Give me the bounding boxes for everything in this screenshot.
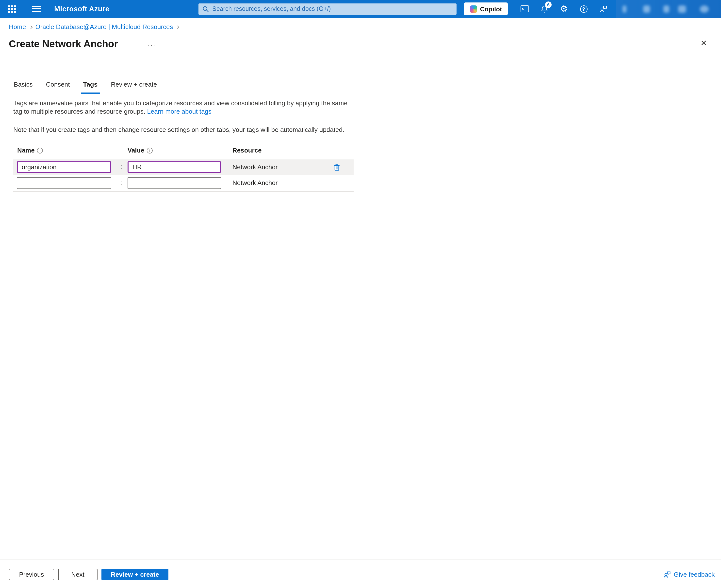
give-feedback-link[interactable]: Give feedback (663, 570, 715, 579)
info-icon[interactable] (37, 147, 43, 153)
column-header-name: Name (17, 147, 43, 154)
topbar-icon-group: >_ 6 ⚙︎ ? (515, 0, 613, 18)
notifications-bell-icon[interactable]: 6 (534, 0, 554, 18)
tag-value-input-2[interactable] (127, 177, 221, 189)
breadcrumb-home-link[interactable]: Home (9, 23, 26, 30)
tag-value-input-1[interactable] (127, 161, 221, 173)
info-icon[interactable] (147, 147, 153, 153)
tags-note: Note that if you create tags and then ch… (13, 126, 387, 133)
notification-count-badge: 6 (545, 1, 552, 8)
redacted-account-area[interactable] (616, 0, 721, 18)
chevron-right-icon (176, 26, 179, 29)
copilot-logo (469, 5, 477, 13)
settings-gear-icon[interactable]: ⚙︎ (554, 0, 574, 18)
search-icon (202, 6, 209, 12)
wizard-tabs: Basics Consent Tags Review + create (13, 78, 170, 90)
review-create-button[interactable]: Review + create (101, 569, 168, 580)
tab-consent[interactable]: Consent (45, 78, 71, 90)
delete-tag-icon[interactable] (331, 161, 343, 173)
help-icon[interactable]: ? (574, 0, 594, 18)
global-search-input[interactable]: Search resources, services, and docs (G+… (199, 3, 457, 15)
search-placeholder: Search resources, services, and docs (G+… (212, 5, 331, 12)
cloud-shell-icon[interactable]: >_ (515, 0, 534, 18)
waffle-grid-icon (8, 5, 16, 13)
person-speech-bubble-icon (599, 4, 608, 13)
footer-divider (0, 559, 721, 560)
copilot-button[interactable]: Copilot (464, 2, 508, 15)
hamburger-icon[interactable] (27, 0, 45, 18)
give-feedback-label: Give feedback (674, 571, 715, 578)
top-bar: Microsoft Azure Search resources, servic… (0, 0, 721, 18)
resource-label: Network Anchor (233, 176, 278, 190)
close-icon[interactable]: ✕ (696, 36, 711, 50)
breadcrumb: HomeOracle Database@Azure | Multicloud R… (9, 23, 182, 30)
brand-title: Microsoft Azure (54, 0, 109, 18)
app-launcher-icon[interactable] (3, 0, 21, 18)
colon-separator: : (119, 176, 124, 190)
tab-basics[interactable]: Basics (13, 78, 33, 90)
learn-more-link[interactable]: Learn more about tags (147, 108, 212, 115)
next-button[interactable]: Next (58, 569, 98, 580)
hamburger-bars-icon (32, 4, 41, 14)
tags-description: Tags are name/value pairs that enable yo… (13, 99, 358, 115)
page-title: Create Network Anchor (9, 38, 118, 50)
tab-tags[interactable]: Tags (82, 78, 98, 90)
chevron-right-icon (29, 26, 32, 29)
azure-portal-page: Microsoft Azure Search resources, servic… (0, 0, 721, 588)
resource-label: Network Anchor (233, 160, 278, 175)
tag-row-2: : Network Anchor (13, 176, 354, 190)
previous-button[interactable]: Previous (9, 569, 54, 580)
tag-name-input-2[interactable] (17, 177, 111, 189)
table-bottom-divider (13, 191, 354, 192)
column-header-resource: Resource (233, 147, 262, 154)
page-context-menu-icon[interactable]: ··· (148, 41, 156, 49)
column-header-value: Value (127, 147, 153, 154)
colon-separator: : (119, 160, 124, 174)
tab-review-create[interactable]: Review + create (110, 78, 157, 90)
feedback-person-icon (663, 570, 671, 579)
feedback-icon[interactable] (594, 0, 613, 18)
trash-icon (333, 163, 341, 171)
breadcrumb-oracle-link[interactable]: Oracle Database@Azure | Multicloud Resou… (35, 23, 173, 30)
tag-name-input-1[interactable] (17, 161, 111, 173)
tag-row-1: : Network Anchor (13, 160, 354, 175)
